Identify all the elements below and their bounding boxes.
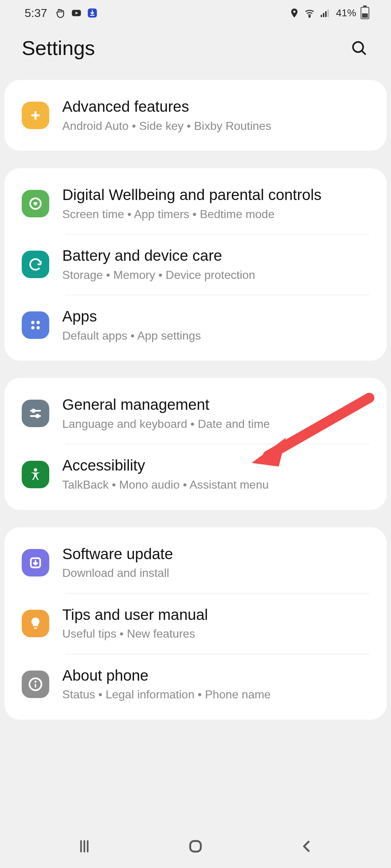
row-subtitle: TalkBack • Mono audio • Assistant menu <box>62 477 369 493</box>
row-subtitle: Useful tips • New features <box>62 626 369 642</box>
row-about-phone[interactable]: About phone Status • Legal information •… <box>4 654 387 715</box>
hand-icon <box>55 8 66 18</box>
status-clock: 5:37 <box>25 7 47 20</box>
wifi-icon <box>304 8 315 18</box>
svg-point-2 <box>309 16 310 17</box>
row-title: Advanced features <box>62 97 369 116</box>
svg-rect-22 <box>35 684 36 688</box>
row-subtitle: Android Auto • Side key • Bixby Routines <box>62 119 369 134</box>
svg-rect-6 <box>327 9 329 17</box>
sliders-icon <box>22 400 49 427</box>
heart-circle-icon <box>22 190 49 217</box>
svg-point-10 <box>31 321 34 324</box>
download-icon <box>87 8 98 18</box>
home-button[interactable] <box>185 835 206 857</box>
svg-line-8 <box>362 51 366 55</box>
row-digital-wellbeing[interactable]: Digital Wellbeing and parental controls … <box>4 173 387 234</box>
row-title: Accessibility <box>62 456 369 475</box>
system-navbar <box>0 825 391 868</box>
row-apps[interactable]: Apps Default apps • App settings <box>4 295 387 356</box>
row-subtitle: Language and keyboard • Date and time <box>62 417 369 432</box>
battery-icon <box>361 7 369 19</box>
row-subtitle: Status • Legal information • Phone name <box>62 687 369 702</box>
info-icon <box>22 671 49 698</box>
svg-rect-28 <box>190 841 201 851</box>
youtube-icon <box>71 8 82 18</box>
recents-button[interactable] <box>73 835 95 857</box>
svg-point-18 <box>34 468 37 471</box>
svg-rect-4 <box>323 13 324 17</box>
row-title: About phone <box>62 666 369 685</box>
settings-group: Advanced features Android Auto • Side ke… <box>4 80 387 151</box>
svg-point-7 <box>353 42 363 52</box>
settings-group: Software update Download and install Tip… <box>4 527 387 720</box>
location-icon <box>289 8 300 18</box>
search-icon <box>350 39 368 57</box>
app-header: Settings <box>0 26 391 80</box>
lightbulb-icon <box>22 610 49 637</box>
row-title: Digital Wellbeing and parental controls <box>62 186 369 205</box>
svg-point-17 <box>36 415 39 417</box>
row-title: Software update <box>62 545 369 564</box>
signal-icon <box>319 8 330 18</box>
svg-point-13 <box>37 326 40 329</box>
row-advanced-features[interactable]: Advanced features Android Auto • Side ke… <box>4 85 387 146</box>
row-subtitle: Download and install <box>62 566 369 581</box>
row-title: Battery and device care <box>62 246 369 265</box>
row-subtitle: Storage • Memory • Device protection <box>62 268 369 283</box>
grid-dots-icon <box>22 311 49 339</box>
plus-icon <box>22 102 49 129</box>
back-button[interactable] <box>296 835 318 857</box>
refresh-icon <box>22 251 49 278</box>
row-tips-manual[interactable]: Tips and user manual Useful tips • New f… <box>4 593 387 654</box>
settings-group: General management Language and keyboard… <box>4 378 387 510</box>
row-accessibility[interactable]: Accessibility TalkBack • Mono audio • As… <box>4 444 387 505</box>
svg-point-15 <box>32 409 35 412</box>
svg-point-12 <box>31 326 34 329</box>
page-title: Settings <box>22 36 95 60</box>
svg-point-21 <box>34 681 37 683</box>
person-icon <box>22 461 49 488</box>
search-button[interactable] <box>349 38 369 58</box>
row-title: Tips and user manual <box>62 605 369 625</box>
settings-group: Digital Wellbeing and parental controls … <box>4 168 387 361</box>
svg-point-11 <box>37 321 40 324</box>
row-title: Apps <box>62 307 369 326</box>
row-battery-device-care[interactable]: Battery and device care Storage • Memory… <box>4 234 387 295</box>
battery-percentage: 41% <box>336 7 356 19</box>
update-icon <box>22 549 49 576</box>
row-general-management[interactable]: General management Language and keyboard… <box>4 383 387 444</box>
row-subtitle: Default apps • App settings <box>62 328 369 344</box>
row-title: General management <box>62 395 369 414</box>
row-subtitle: Screen time • App timers • Bedtime mode <box>62 207 369 222</box>
svg-rect-5 <box>325 11 327 17</box>
settings-list[interactable]: Advanced features Android Auto • Side ke… <box>0 80 391 720</box>
svg-rect-3 <box>321 15 322 17</box>
row-software-update[interactable]: Software update Download and install <box>4 532 387 593</box>
status-bar: 5:37 41% <box>0 0 391 26</box>
